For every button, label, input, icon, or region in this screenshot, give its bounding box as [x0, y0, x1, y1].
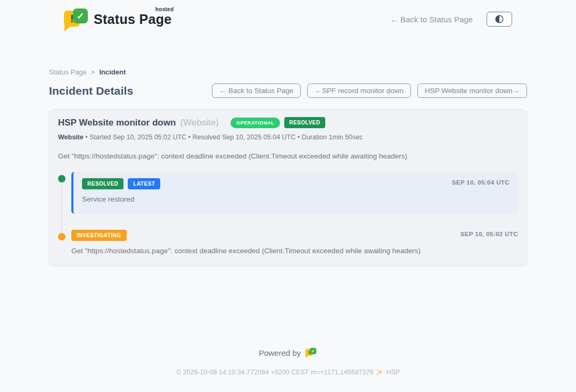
top-bar: ! ✓ Status Page hosted ← Back to Status … [0, 0, 576, 31]
status-badge: LATEST [128, 178, 160, 189]
brand-superscript: hosted [155, 6, 174, 12]
timeline-badges: INVESTIGATING [71, 230, 518, 241]
footer: Powered by ! ✓ © 2025-10-08 14:10:34.772… [0, 347, 576, 376]
status-badge: RESOLVED [82, 178, 124, 189]
timeline: RESOLVEDLATEST SEP 10, 05:04 UTC Service… [58, 172, 518, 255]
timeline-message: Get "https://hostedstatus.page": context… [71, 247, 518, 255]
prev-incident-button[interactable]: ←SPF record monitor down [307, 84, 411, 98]
incident-description: Get "https://hostedstatus.page": context… [58, 152, 518, 160]
brand-name: Status Page hosted [94, 12, 171, 27]
sparkles-icon [376, 369, 383, 376]
timeline-dot-icon [58, 175, 65, 182]
back-to-status-page-button[interactable]: ← Back to Status Page [212, 84, 301, 98]
page-title: Incident Details [49, 85, 133, 97]
status-badge: INVESTIGATING [71, 230, 127, 241]
incident-title: HSP Website monitor down [58, 118, 176, 128]
meta-details: • Started Sep 10, 2025 05:02 UTC • Resol… [84, 134, 363, 141]
theme-toggle-button[interactable] [487, 12, 512, 27]
contrast-icon [495, 14, 504, 24]
timeline-message: Service restored [82, 195, 509, 203]
copyright-line: © 2025-10-08 14:10:34.772084 +0200 CEST … [0, 369, 576, 376]
timeline-dot-icon [58, 233, 65, 240]
status-page-logo-icon: ! ✓ [64, 7, 88, 31]
breadcrumb: Status Page > Incident [49, 68, 527, 76]
footer-brand-suffix: HSP [386, 369, 400, 376]
incident-component: (Website) [180, 118, 218, 128]
operational-badge: OPERATIONAL [231, 118, 280, 128]
incident-card: HSP Website monitor down (Website) OPERA… [49, 109, 527, 266]
timeline-item: INVESTIGATING SEP 10, 05:02 UTC Get "htt… [58, 230, 518, 255]
powered-by-label: Powered by [259, 348, 301, 357]
timeline-badges: RESOLVEDLATEST [82, 178, 509, 189]
incident-meta: Website • Started Sep 10, 2025 05:02 UTC… [58, 134, 518, 141]
checkmark-icon: ✓ [310, 348, 316, 354]
timeline-item: RESOLVEDLATEST SEP 10, 05:04 UTC Service… [58, 172, 518, 214]
next-incident-button[interactable]: HSP Website monitor down→ [417, 84, 527, 98]
back-to-status-page-link[interactable]: ← Back to Status Page [390, 15, 473, 24]
checkmark-icon: ✓ [73, 9, 88, 23]
copyright-text: © 2025-10-08 14:10:34.772084 +0200 CEST … [176, 369, 374, 376]
breadcrumb-current: Incident [99, 68, 126, 76]
meta-component: Website [58, 134, 84, 141]
timeline-timestamp: SEP 10, 05:02 UTC [460, 231, 518, 237]
incident-nav-buttons: ← Back to Status Page ←SPF record monito… [212, 84, 527, 98]
resolved-badge: RESOLVED [284, 117, 325, 128]
brand-logo[interactable]: ! ✓ Status Page hosted [64, 7, 171, 31]
footer-logo-icon[interactable]: ! ✓ [306, 347, 317, 358]
breadcrumb-root[interactable]: Status Page [49, 68, 87, 76]
timeline-timestamp: SEP 10, 05:04 UTC [452, 179, 509, 186]
breadcrumb-separator: > [91, 68, 95, 76]
